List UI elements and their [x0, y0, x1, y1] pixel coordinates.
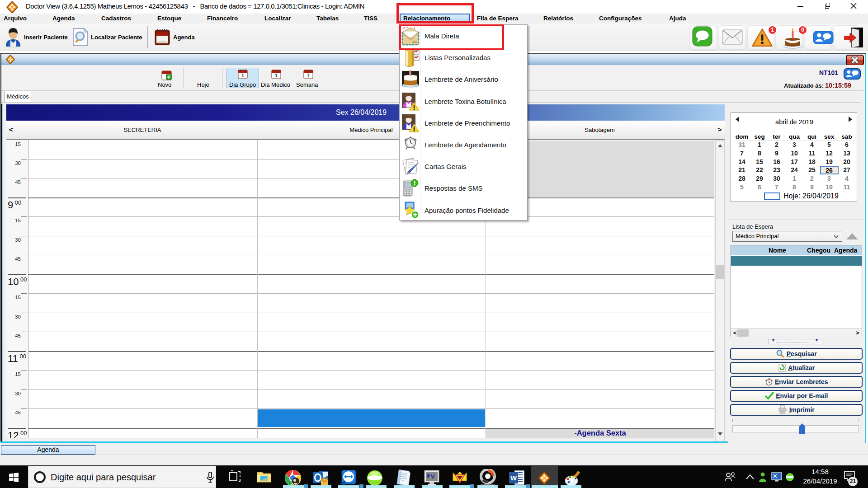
svg-text:1: 1	[275, 73, 278, 78]
svg-text:V: V	[431, 473, 435, 480]
svg-text:7: 7	[307, 73, 310, 78]
svg-text:1: 1	[241, 73, 244, 78]
svg-text:W: W	[510, 474, 517, 482]
